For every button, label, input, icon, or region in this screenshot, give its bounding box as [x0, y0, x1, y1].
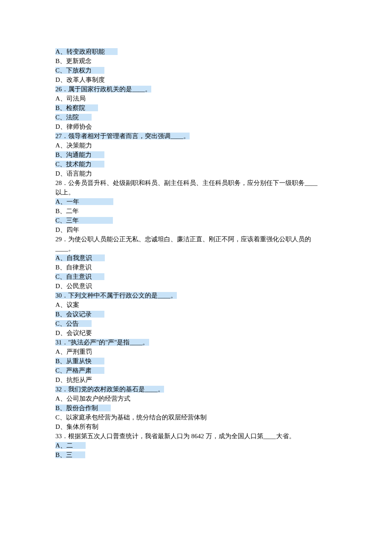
text-line: A、严刑重罚: [55, 347, 337, 356]
text-line: 33．根据第五次人口普查统计，我省最新人口为 8642 万，成为全国人口第___…: [55, 431, 337, 441]
text-line: 以上。: [55, 188, 337, 197]
text-line: 27．领导者相对于管理者而言，突出强调____。: [55, 131, 337, 141]
text-line: C、下放权力: [55, 66, 337, 75]
text-line: A、二: [55, 441, 337, 450]
line-text: A、司法局: [55, 95, 86, 102]
text-line: D、语言能力: [55, 169, 337, 178]
text-line: C、法院: [55, 113, 337, 122]
line-text: B、从重从快: [55, 358, 104, 364]
text-line: 26．属于国家行政机关的是____。: [55, 84, 337, 94]
text-line: C、公告: [55, 319, 337, 328]
line-text: 30．下列文种中不属于行政公文的是____。: [55, 292, 177, 299]
text-line: 32．我们党的农村政策的基石是____。: [55, 384, 337, 394]
text-line: B、检察院: [55, 103, 337, 113]
text-line: A、决策能力: [55, 141, 337, 150]
line-text: D、抗拒从严: [55, 376, 92, 383]
line-text: D、四年: [55, 226, 79, 233]
text-line: A、司法局: [55, 94, 337, 103]
line-text: C、以家庭承包经营为基础，统分结合的双层经营体制: [55, 414, 207, 421]
line-text: 33．根据第五次人口普查统计，我省最新人口为 8642 万，成为全国人口第___…: [55, 433, 295, 439]
line-text: A、自我意识: [55, 254, 105, 261]
line-text: C、技术能力: [55, 161, 104, 168]
line-text: D、集体所有制: [55, 423, 98, 430]
text-line: D、公民意识: [55, 281, 337, 291]
line-text: B、会议记录: [55, 311, 104, 318]
line-text: B、二年: [55, 208, 79, 214]
text-line: D、抗拒从严: [55, 375, 337, 384]
text-line: A、自我意识: [55, 253, 337, 263]
line-text: A、议案: [55, 301, 79, 308]
document-page: A、转变政府职能B、更新观念C、下放权力D、改革人事制度26．属于国家行政机关的…: [0, 0, 392, 502]
line-text: C、严格严肃: [55, 367, 104, 374]
line-text: C、公告: [55, 320, 92, 327]
text-line: C、三年: [55, 216, 337, 225]
text-line: B、更新观念: [55, 56, 337, 66]
text-line: C、以家庭承包经营为基础，统分结合的双层经营体制: [55, 413, 337, 422]
line-text: A、公司加农户的经营方式: [55, 395, 130, 402]
line-text: C、法院: [55, 114, 92, 121]
line-text: B、股份合作制: [55, 405, 111, 411]
line-text: B、自律意识: [55, 264, 92, 271]
line-text: 28．公务员晋升科、处级副职和科员、副主任科员、主任科员职务，应分别任下一级职务…: [55, 179, 317, 186]
text-line: C、严格严肃: [55, 366, 337, 375]
line-text: D、律师协会: [55, 123, 92, 130]
text-line: 29．为使公职人员能公正无私、忠诚坦白、廉洁正直、刚正不阿，应该着重强化公职人员…: [55, 234, 337, 244]
line-text: 27．领导者相对于管理者而言，突出强调____。: [55, 133, 190, 139]
text-line: B、股份合作制: [55, 403, 337, 413]
line-text: D、语言能力: [55, 170, 92, 177]
text-line: C、自主意识: [55, 272, 337, 281]
text-line: D、会议纪要: [55, 328, 337, 338]
text-line: A、议案: [55, 300, 337, 309]
text-line: B、会议记录: [55, 309, 337, 319]
line-text: D、会议纪要: [55, 330, 92, 336]
text-line: B、二年: [55, 206, 337, 216]
line-text: ____。: [55, 245, 75, 252]
text-line: 28．公务员晋升科、处级副职和科员、副主任科员、主任科员职务，应分别任下一级职务…: [55, 178, 337, 188]
line-text: D、公民意识: [55, 283, 92, 289]
text-line: D、四年: [55, 225, 337, 234]
text-line: B、三: [55, 450, 337, 460]
text-line: 31．"执法必严"的"严"是指____。: [55, 338, 337, 347]
line-text: A、转变政府职能: [55, 48, 118, 55]
line-text: 32．我们党的农村政策的基石是____。: [55, 386, 164, 393]
text-line: B、从重从快: [55, 356, 337, 366]
line-text: C、下放权力: [55, 67, 104, 74]
line-text: C、自主意识: [55, 273, 104, 280]
line-text: 26．属于国家行政机关的是____。: [55, 86, 151, 92]
line-text: B、三: [55, 451, 85, 458]
line-text: 29．为使公职人员能公正无私、忠诚坦白、廉洁正直、刚正不阿，应该着重强化公职人员…: [55, 236, 311, 243]
text-line: C、技术能力: [55, 159, 337, 169]
line-text: B、检察院: [55, 104, 98, 111]
line-text: D、改革人事制度: [55, 76, 105, 83]
line-text: B、沟通能力: [55, 151, 104, 158]
line-text: 以上。: [55, 189, 75, 196]
text-line: D、律师协会: [55, 122, 337, 131]
text-line: B、自律意识: [55, 263, 337, 272]
text-line: A、转变政府职能: [55, 47, 337, 56]
line-text: A、二: [55, 442, 86, 449]
line-text: A、一年: [55, 198, 113, 205]
line-text: C、三年: [55, 217, 113, 224]
line-text: 31．"执法必严"的"严"是指____。: [55, 339, 149, 346]
line-text: A、严刑重罚: [55, 348, 92, 355]
text-line: A、一年: [55, 197, 337, 206]
text-line: D、集体所有制: [55, 422, 337, 431]
line-text: A、决策能力: [55, 142, 92, 149]
line-text: B、更新观念: [55, 58, 92, 64]
text-line: B、沟通能力: [55, 150, 337, 159]
text-line: ____。: [55, 244, 337, 253]
text-line: A、公司加农户的经营方式: [55, 394, 337, 403]
text-line: 30．下列文种中不属于行政公文的是____。: [55, 291, 337, 300]
text-line: D、改革人事制度: [55, 75, 337, 84]
